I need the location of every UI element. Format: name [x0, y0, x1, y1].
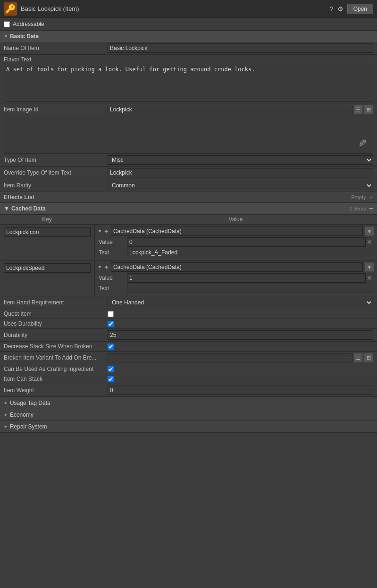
kv-header-row: Key Value — [0, 215, 377, 225]
broken-item-grid-button[interactable]: ⊞ — [364, 353, 373, 362]
cached-data-triangle: ▼ — [4, 205, 9, 212]
sub-value-input-0[interactable] — [127, 237, 366, 247]
durability-row: Durability — [0, 329, 377, 342]
repair-system-label: Repair System — [10, 423, 47, 430]
flavor-text-label: Flavor Text — [4, 55, 373, 64]
sub-field-value-1: Value ✕ — [98, 273, 374, 283]
cached-item-0-dropdown-btn[interactable]: ▼ — [365, 227, 374, 236]
item-weight-value-container — [108, 386, 373, 395]
sub-value-x-btn-1[interactable]: ✕ — [366, 274, 373, 282]
item-rarity-select[interactable]: Common Uncommon Rare Epic Legendary — [108, 181, 373, 190]
item-weight-label: Item Weight — [4, 387, 108, 394]
economy-label: Economy — [10, 412, 34, 418]
cached-data-count: 2 items — [349, 206, 366, 211]
broken-item-variant-input[interactable] — [108, 353, 352, 362]
item-rarity-label: Item Rarity — [4, 182, 108, 189]
usage-tag-data-header[interactable]: ▼ Usage Tag Data — [0, 397, 377, 409]
image-list-button[interactable]: ☰ — [353, 105, 363, 114]
item-rarity-row: Item Rarity Common Uncommon Rare Epic Le… — [0, 179, 377, 192]
uses-durability-label: Uses Durability — [4, 320, 108, 327]
economy-section: ▼ Economy — [0, 409, 377, 421]
flavor-text-input[interactable]: A set of tools for picking a lock. Usefu… — [4, 64, 373, 101]
usage-tag-data-triangle: ▼ — [3, 401, 8, 405]
cached-item-0-label[interactable] — [111, 227, 363, 236]
window-title: Basic Lockpick (Item) — [21, 5, 330, 12]
override-type-value-container — [108, 168, 373, 177]
cached-item-1-triangle: ▼ — [98, 265, 102, 269]
cached-data-add-button[interactable]: + — [369, 205, 373, 212]
cached-item-1-dropdown-btn[interactable]: ▼ — [365, 262, 374, 272]
sub-value-x-btn-0[interactable]: ✕ — [366, 238, 373, 246]
pencil-icon: ✏ — [355, 135, 369, 150]
image-preview-area: ✏ — [4, 116, 373, 154]
cached-item-0-icon: ✦ — [104, 228, 109, 235]
repair-system-header[interactable]: ▼ Repair System — [0, 421, 377, 432]
name-of-item-input[interactable] — [108, 43, 373, 53]
override-type-input[interactable] — [108, 168, 373, 177]
kv-key-input-0[interactable] — [4, 227, 91, 237]
basic-data-section: ▼ Basic Data Name Of Item Flavor Text A … — [0, 31, 377, 397]
economy-triangle: ▼ — [3, 413, 8, 417]
cached-data-header[interactable]: ▼ Cached Data 2 items + — [0, 203, 377, 215]
kv-row-1: ▼ ✦ ▼ Value ✕ Text — [0, 260, 377, 296]
economy-header[interactable]: ▼ Economy — [0, 409, 377, 420]
cached-item-0-triangle: ▼ — [98, 229, 102, 234]
type-of-item-row: Type Of Item Misc Weapon Armor Consumabl… — [0, 154, 377, 167]
effects-list-add-button[interactable]: + — [369, 193, 373, 201]
broken-item-variant-row: Broken Item Variant To Add On Bre... ☰ ⊞ — [0, 352, 377, 364]
image-id-label: Item Image Id — [4, 106, 108, 113]
kv-value-cell-1: ▼ ✦ ▼ Value ✕ Text — [94, 260, 377, 296]
repair-system-triangle: ▼ — [3, 425, 8, 429]
help-icon-button[interactable]: ? — [330, 5, 334, 13]
usage-tag-data-section: ▼ Usage Tag Data — [0, 397, 377, 409]
durability-value-container — [108, 330, 373, 340]
sub-value-input-1[interactable] — [127, 273, 366, 283]
decrease-stack-checkbox[interactable] — [108, 344, 114, 350]
quest-item-label: Quest Item — [4, 311, 108, 317]
item-can-stack-label: Item Can Stack — [4, 376, 108, 382]
cached-item-1-label[interactable] — [111, 262, 363, 272]
item-can-stack-row: Item Can Stack — [0, 374, 377, 384]
sub-text-input-1[interactable] — [127, 284, 373, 293]
sub-value-label-0: Value — [99, 239, 127, 245]
crafting-ingredient-checkbox[interactable] — [108, 366, 114, 372]
decrease-stack-row: Decrease Stack Size When Broken — [0, 342, 377, 352]
open-button[interactable]: Open — [347, 4, 373, 14]
item-can-stack-checkbox[interactable] — [108, 376, 114, 382]
item-weight-row: Item Weight — [0, 384, 377, 397]
addressable-checkbox[interactable] — [4, 21, 10, 27]
broken-item-list-button[interactable]: ☰ — [353, 353, 363, 362]
effects-list-label: Effects List — [4, 194, 351, 201]
basic-data-label: Basic Data — [10, 33, 39, 40]
item-hand-req-select[interactable]: One Handed Two Handed Off Hand — [108, 298, 373, 307]
effects-list-row: Effects List Empty + — [0, 192, 377, 203]
kv-value-cell-0: ▼ ✦ ▼ Value ✕ Text — [94, 225, 377, 260]
uses-durability-checkbox[interactable] — [108, 321, 114, 327]
cached-data-title: ▼ Cached Data — [4, 205, 349, 212]
image-grid-button[interactable]: ⊞ — [364, 105, 373, 114]
header-actions: ? ⚙ Open — [330, 4, 373, 14]
broken-item-variant-label: Broken Item Variant To Add On Bre... — [4, 354, 108, 361]
uses-durability-row: Uses Durability — [0, 319, 377, 329]
item-weight-input[interactable] — [108, 386, 373, 395]
image-id-input[interactable] — [108, 105, 352, 114]
effects-list-empty: Empty — [351, 194, 366, 200]
type-of-item-select[interactable]: Misc Weapon Armor Consumable Quest — [108, 155, 373, 165]
cached-item-1-icon: ✦ — [104, 264, 109, 271]
usage-tag-data-label: Usage Tag Data — [10, 400, 50, 406]
durability-input[interactable] — [108, 330, 373, 340]
kv-key-input-1[interactable] — [4, 263, 91, 273]
image-id-row: Item Image Id ☰ ⊞ — [0, 103, 377, 116]
settings-icon-button[interactable]: ⚙ — [337, 5, 343, 13]
kv-row-0: ▼ ✦ ▼ Value ✕ Text — [0, 225, 377, 260]
quest-item-checkbox[interactable] — [108, 311, 114, 317]
basic-data-triangle: ▼ — [4, 34, 8, 39]
name-of-item-label: Name Of Item — [4, 45, 108, 51]
sub-text-label-0: Text — [99, 249, 127, 256]
basic-data-section-header[interactable]: ▼ Basic Data — [0, 31, 377, 42]
repair-system-section: ▼ Repair System — [0, 421, 377, 433]
name-of-item-row: Name Of Item — [0, 42, 377, 55]
addressable-label: Addressable — [13, 21, 44, 27]
sub-field-text-0: Text — [98, 248, 374, 257]
sub-text-input-0[interactable] — [127, 248, 373, 257]
